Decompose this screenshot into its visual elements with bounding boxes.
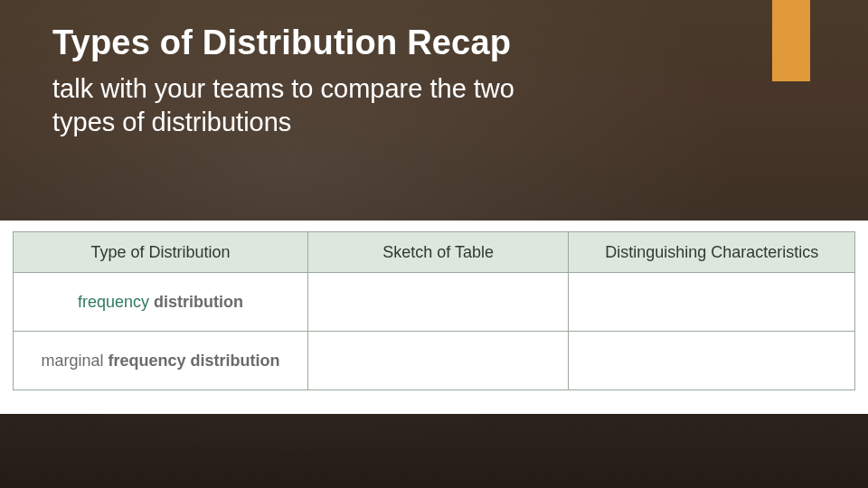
accent-bar [772,0,810,81]
col-header-sketch: Sketch of Table [307,232,569,273]
rowlabel-word2: distribution [154,293,243,311]
cell-sketch-frequency [307,273,569,332]
rowlabel-marginal: marginal frequency distribution [41,352,279,370]
rowlabel-word1: frequency [78,293,149,311]
cell-characteristics-frequency [569,273,855,332]
distribution-table: Type of Distribution Sketch of Table Dis… [13,231,855,390]
rowlabel-prefix: marginal [41,352,108,370]
cell-type-frequency: frequency distribution [14,273,308,332]
rowlabel-frequency: frequency distribution [78,293,243,311]
cell-sketch-marginal [307,332,569,390]
table-row: frequency distribution [14,273,855,332]
table-header-row: Type of Distribution Sketch of Table Dis… [14,232,855,273]
col-header-type: Type of Distribution [14,232,308,273]
cell-characteristics-marginal [569,332,855,390]
cell-type-marginal: marginal frequency distribution [14,332,308,390]
slide: Types of Distribution Recap talk with yo… [0,0,868,488]
col-header-characteristics: Distinguishing Characteristics [569,232,855,273]
rowlabel-bold: frequency distribution [108,352,279,370]
table-container: Type of Distribution Sketch of Table Dis… [0,221,868,414]
table-row: marginal frequency distribution [14,332,855,390]
slide-title: Types of Distribution Recap [52,23,511,62]
slide-subtitle: talk with your teams to compare the two … [52,72,559,139]
